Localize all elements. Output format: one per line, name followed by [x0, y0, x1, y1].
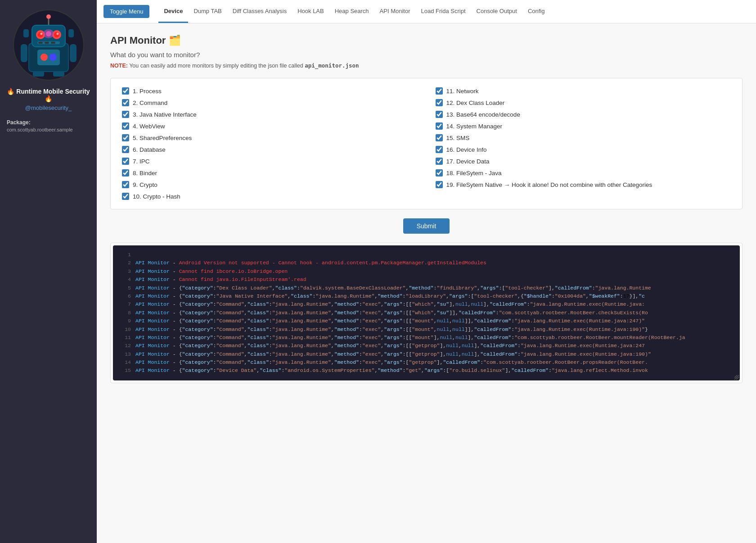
log-line: 11API Monitor - {"category":"Command","c… — [120, 334, 733, 342]
line-content: API Monitor - {"category":"Command","cla… — [135, 300, 645, 308]
checkbox-1[interactable] — [122, 87, 129, 95]
checkbox-label-19[interactable]: 19. FileSytem Native → Hook it alone! Do… — [446, 181, 652, 188]
checkbox-11[interactable] — [436, 87, 443, 95]
nav-tab-heap[interactable]: Heap Search — [329, 0, 374, 23]
line-content: API Monitor - {"category":"Command","cla… — [135, 317, 645, 325]
submit-container: Submit — [110, 218, 742, 234]
line-number: 14 — [120, 358, 131, 367]
checkbox-label-12[interactable]: 12. Dex Class Loader — [446, 100, 505, 106]
note-body: You can easily add more monitors by simp… — [129, 63, 305, 69]
svg-rect-16 — [38, 42, 43, 44]
checkbox-6[interactable] — [122, 146, 129, 153]
line-content: API Monitor - Cannot find java.io.FileIn… — [135, 276, 306, 284]
checkbox-15[interactable] — [436, 134, 443, 141]
checkbox-label-6[interactable]: 6. Database — [133, 146, 166, 153]
checkbox-label-13[interactable]: 13. Base64 encode/decode — [446, 111, 520, 118]
nav-tab-diff[interactable]: Diff Classes Analysis — [227, 0, 292, 23]
package-name: com.scottyab.rootbeer.sample — [7, 127, 73, 132]
checkbox-label-5[interactable]: 5. SharedPreferences — [133, 135, 192, 141]
checkbox-4[interactable] — [122, 122, 129, 130]
nav-tab-api[interactable]: API Monitor — [374, 0, 416, 23]
svg-rect-24 — [21, 44, 27, 62]
checkbox-12[interactable] — [436, 99, 443, 106]
nav-tab-console[interactable]: Console Output — [471, 0, 522, 23]
svg-point-9 — [40, 33, 42, 35]
checkbox-label-16[interactable]: 16. Device Info — [446, 146, 487, 153]
line-number: 6 — [120, 292, 131, 300]
checkbox-13[interactable] — [436, 111, 443, 118]
log-line: 9API Monitor - {"category":"Command","cl… — [120, 317, 733, 325]
log-line: 12API Monitor - {"category":"Command","c… — [120, 342, 733, 350]
checkbox-item-18: 18. FileSytem - Java — [436, 169, 731, 176]
log-line: 15API Monitor - {"category":"Device Data… — [120, 367, 733, 375]
checkbox-7[interactable] — [122, 158, 129, 165]
checkbox-label-2[interactable]: 2. Command — [133, 100, 167, 106]
nav-tab-frida[interactable]: Load Frida Script — [416, 0, 471, 23]
line-content: API Monitor - {"category":"Command","cla… — [135, 358, 648, 367]
svg-point-8 — [54, 32, 59, 37]
checkbox-label-15[interactable]: 15. SMS — [446, 135, 470, 141]
main-area: Toggle Menu DeviceDump TABDiff Classes A… — [97, 0, 756, 543]
checkbox-item-9: 9. Crypto — [122, 181, 418, 188]
checkbox-item-6: 6. Database — [122, 146, 418, 153]
checkbox-label-14[interactable]: 14. System Manager — [446, 123, 503, 130]
checkbox-item-17: 17. Device Data — [436, 158, 731, 165]
note-label: NOTE: — [110, 63, 128, 69]
toggle-menu-button[interactable]: Toggle Menu — [104, 5, 149, 18]
checkbox-10[interactable] — [122, 193, 129, 200]
app-name: 🔥 Runtime Mobile Security 🔥 — [7, 88, 90, 102]
nav-tab-device[interactable]: Device — [158, 0, 188, 23]
line-number: 11 — [120, 334, 131, 342]
checkbox-8[interactable] — [122, 169, 129, 176]
checkbox-label-9[interactable]: 9. Crypto — [133, 181, 158, 188]
svg-rect-13 — [23, 29, 29, 37]
svg-point-7 — [38, 32, 43, 37]
line-number: 3 — [120, 267, 131, 276]
app-link[interactable]: @mobilesecurity_ — [25, 104, 72, 111]
checkbox-grid: 1. Process2. Command3. Java Native Inter… — [122, 87, 731, 200]
checkbox-5[interactable] — [122, 134, 129, 141]
nav-tab-config[interactable]: Config — [522, 0, 550, 23]
checkbox-17[interactable] — [436, 158, 443, 165]
svg-rect-14 — [68, 29, 74, 37]
checkbox-item-15: 15. SMS — [436, 134, 731, 141]
checkbox-item-8: 8. Binder — [122, 169, 418, 176]
nav-tab-dump[interactable]: Dump TAB — [188, 0, 227, 23]
log-line: 8API Monitor - {"category":"Command","cl… — [120, 309, 733, 317]
checkbox-label-18[interactable]: 18. FileSytem - Java — [446, 170, 502, 176]
checkbox-18[interactable] — [436, 169, 443, 176]
navbar: Toggle Menu DeviceDump TABDiff Classes A… — [97, 0, 756, 23]
line-content: API Monitor - Cannot find ibcore.io.IoBr… — [135, 267, 288, 276]
checkbox-item-2: 2. Command — [122, 99, 418, 106]
checkbox-label-8[interactable]: 8. Binder — [133, 170, 157, 176]
checkbox-label-10[interactable]: 10. Crypto - Hash — [133, 193, 180, 200]
checkbox-14[interactable] — [436, 122, 443, 130]
line-content: API Monitor - {"category":"Command","cla… — [135, 309, 648, 317]
line-number: 12 — [120, 342, 131, 350]
svg-rect-23 — [53, 71, 64, 77]
checkbox-label-17[interactable]: 17. Device Data — [446, 158, 490, 165]
nav-tab-hook[interactable]: Hook LAB — [292, 0, 329, 23]
submit-button[interactable]: Submit — [403, 218, 450, 234]
checkbox-label-1[interactable]: 1. Process — [133, 88, 162, 95]
checkbox-item-13: 13. Base64 encode/decode — [436, 111, 731, 118]
checkbox-label-4[interactable]: 4. WebView — [133, 123, 165, 130]
line-content: API Monitor - {"category":"Command","cla… — [135, 350, 651, 358]
log-line: 5API Monitor - {"category":"Dex Class Lo… — [120, 284, 733, 292]
page-title: API Monitor 🗂️ — [110, 35, 742, 46]
checkbox-label-11[interactable]: 11. Network — [446, 88, 479, 95]
checkbox-label-3[interactable]: 3. Java Native Interface — [133, 111, 197, 118]
log-line: 13API Monitor - {"category":"Command","c… — [120, 350, 733, 358]
checkbox-3[interactable] — [122, 111, 129, 118]
line-number: 7 — [120, 300, 131, 308]
resize-handle[interactable] — [734, 374, 740, 380]
checkbox-16[interactable] — [436, 146, 443, 153]
terminal-output[interactable]: 12API Monitor - Android Version not supp… — [113, 245, 740, 380]
line-number: 9 — [120, 317, 131, 325]
log-line: 14API Monitor - {"category":"Command","c… — [120, 358, 733, 367]
checkbox-2[interactable] — [122, 99, 129, 106]
checkbox-label-7[interactable]: 7. IPC — [133, 158, 150, 165]
line-number: 15 — [120, 367, 131, 375]
checkbox-19[interactable] — [436, 181, 443, 188]
checkbox-9[interactable] — [122, 181, 129, 188]
